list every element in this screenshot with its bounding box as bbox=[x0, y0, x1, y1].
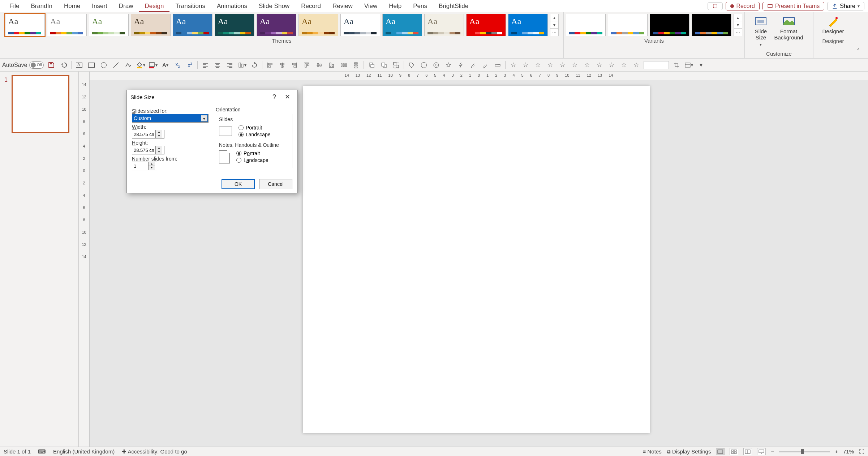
slide-size-button[interactable]: Slide Size ▾ bbox=[751, 14, 770, 49]
slides-portrait-radio[interactable]: Portrait bbox=[239, 125, 271, 131]
ok-button[interactable]: OK bbox=[222, 179, 255, 189]
theme-tile-2[interactable]: Aa bbox=[89, 14, 129, 36]
theme-tile-3[interactable]: Aa bbox=[131, 14, 171, 36]
variant-tile-0[interactable] bbox=[566, 14, 606, 36]
save-icon[interactable] bbox=[47, 60, 56, 70]
menu-tab-insert[interactable]: Insert bbox=[86, 0, 113, 12]
designer-button[interactable]: Designer bbox=[818, 14, 847, 37]
menu-tab-slide-show[interactable]: Slide Show bbox=[253, 0, 295, 12]
dialog-close-button[interactable]: ✕ bbox=[281, 93, 294, 101]
number-from-input[interactable] bbox=[132, 163, 148, 169]
variant-tile-2[interactable] bbox=[650, 14, 689, 36]
autosave-toggle[interactable]: AutoSave Off bbox=[2, 61, 44, 69]
normal-view-button[interactable] bbox=[716, 448, 725, 455]
record-button[interactable]: Record bbox=[726, 2, 760, 10]
shape-outline-icon[interactable]: ▾ bbox=[148, 60, 158, 70]
height-up[interactable]: ▴ bbox=[156, 146, 162, 150]
width-spinner[interactable]: ▴▾ bbox=[132, 130, 164, 138]
theme-tile-10[interactable]: Aa bbox=[424, 14, 464, 36]
sized-for-combo[interactable]: Custom▾ bbox=[132, 114, 209, 123]
zoom-slider[interactable] bbox=[779, 451, 830, 452]
favorite-star-1-icon[interactable]: ☆ bbox=[508, 60, 518, 70]
menu-tab-brightslide[interactable]: BrightSlide bbox=[433, 0, 474, 12]
menu-tab-record[interactable]: Record bbox=[295, 0, 327, 12]
favorite-star-11-icon[interactable]: ☆ bbox=[631, 60, 641, 70]
theme-tile-9[interactable]: Aa bbox=[382, 14, 422, 36]
variants-gallery-scroll[interactable]: ▴▾⋯ bbox=[734, 14, 742, 36]
menu-tab-brandin[interactable]: BrandIn bbox=[25, 0, 58, 12]
theme-tile-8[interactable]: Aa bbox=[340, 14, 380, 36]
present-in-teams-button[interactable]: Present in Teams bbox=[762, 2, 824, 10]
bring-forward-icon[interactable] bbox=[367, 60, 376, 70]
style-gallery[interactable] bbox=[644, 61, 669, 69]
menu-tab-view[interactable]: View bbox=[358, 0, 383, 12]
layout-icon[interactable]: ▾ bbox=[684, 60, 693, 70]
star-icon[interactable] bbox=[444, 60, 453, 70]
distribute-h-icon[interactable] bbox=[339, 60, 348, 70]
menu-tab-animations[interactable]: Animations bbox=[211, 0, 253, 12]
eyedropper-icon[interactable] bbox=[468, 60, 478, 70]
favorite-star-6-icon[interactable]: ☆ bbox=[570, 60, 579, 70]
theme-tile-1[interactable]: Aa bbox=[47, 14, 87, 36]
thumbnail-pane[interactable]: 1 bbox=[0, 72, 79, 447]
share-button[interactable]: Share▾ bbox=[827, 2, 864, 10]
format-background-button[interactable]: Format Background bbox=[770, 14, 807, 49]
distribute-v-icon[interactable] bbox=[351, 60, 361, 70]
send-backward-icon[interactable] bbox=[379, 60, 388, 70]
number-from-spinner[interactable]: ▴▾ bbox=[132, 162, 157, 170]
zoom-in-button[interactable]: + bbox=[835, 448, 838, 455]
theme-tile-4[interactable]: Aa bbox=[173, 14, 212, 36]
align-left-objects-icon[interactable] bbox=[265, 60, 275, 70]
menu-tab-file[interactable]: File bbox=[4, 0, 25, 12]
height-spinner[interactable]: ▴▾ bbox=[132, 146, 164, 154]
notes-button[interactable]: ≡ Notes bbox=[643, 448, 662, 455]
dialog-help-button[interactable]: ? bbox=[268, 93, 281, 101]
align-center-h-icon[interactable] bbox=[278, 60, 287, 70]
favorite-star-2-icon[interactable]: ☆ bbox=[521, 60, 530, 70]
align-left-icon[interactable] bbox=[201, 60, 210, 70]
customize-qat-icon[interactable]: ▾ bbox=[696, 60, 706, 70]
oval-shape-icon[interactable] bbox=[99, 60, 108, 70]
align-middle-icon[interactable] bbox=[314, 60, 324, 70]
menu-tab-help[interactable]: Help bbox=[383, 0, 407, 12]
align-top-icon[interactable] bbox=[302, 60, 311, 70]
display-settings-button[interactable]: ⧉ Display Settings bbox=[667, 448, 711, 455]
variant-tile-1[interactable] bbox=[608, 14, 648, 36]
tag-icon[interactable] bbox=[407, 60, 416, 70]
theme-tile-12[interactable]: Aa bbox=[508, 14, 548, 36]
width-input[interactable] bbox=[132, 132, 155, 137]
undo-icon[interactable] bbox=[59, 60, 68, 70]
number-up[interactable]: ▴ bbox=[149, 162, 155, 166]
menu-tab-home[interactable]: Home bbox=[58, 0, 86, 12]
theme-tile-0[interactable]: Aa bbox=[5, 14, 45, 36]
menu-tab-transitions[interactable]: Transitions bbox=[169, 0, 211, 12]
favorite-star-7-icon[interactable]: ☆ bbox=[582, 60, 592, 70]
circle-icon[interactable] bbox=[419, 60, 429, 70]
zoom-out-button[interactable]: − bbox=[771, 448, 774, 455]
reading-view-button[interactable] bbox=[743, 448, 752, 455]
subscript-icon[interactable]: x2 bbox=[173, 60, 182, 70]
variant-tile-3[interactable] bbox=[692, 14, 731, 36]
theme-tile-5[interactable]: Aa bbox=[215, 14, 254, 36]
rectangle-shape-icon[interactable] bbox=[87, 60, 96, 70]
bolt-icon[interactable] bbox=[456, 60, 465, 70]
text-box-icon[interactable]: A bbox=[74, 60, 84, 70]
slideshow-view-button[interactable] bbox=[757, 448, 766, 455]
menu-tab-draw[interactable]: Draw bbox=[113, 0, 139, 12]
theme-tile-7[interactable]: Aa bbox=[298, 14, 338, 36]
collapse-ribbon-button[interactable]: ˄ bbox=[853, 12, 863, 58]
cancel-button[interactable]: Cancel bbox=[259, 179, 292, 189]
ruler-icon[interactable] bbox=[493, 60, 502, 70]
menu-tab-design[interactable]: Design bbox=[139, 0, 170, 12]
width-down[interactable]: ▾ bbox=[156, 134, 162, 138]
align-center-icon[interactable] bbox=[213, 60, 222, 70]
themes-gallery-scroll[interactable]: ▴▾⋯ bbox=[550, 14, 559, 36]
slides-landscape-radio[interactable]: Landscape bbox=[239, 132, 271, 137]
comments-button[interactable] bbox=[708, 2, 723, 10]
notes-landscape-radio[interactable]: Landscape bbox=[236, 157, 268, 163]
favorite-star-10-icon[interactable]: ☆ bbox=[619, 60, 628, 70]
freeform-shape-icon[interactable] bbox=[124, 60, 133, 70]
accessibility-status[interactable]: ✚ Accessibility: Good to go bbox=[122, 448, 187, 455]
crop-icon[interactable] bbox=[672, 60, 681, 70]
group-icon[interactable] bbox=[391, 60, 401, 70]
